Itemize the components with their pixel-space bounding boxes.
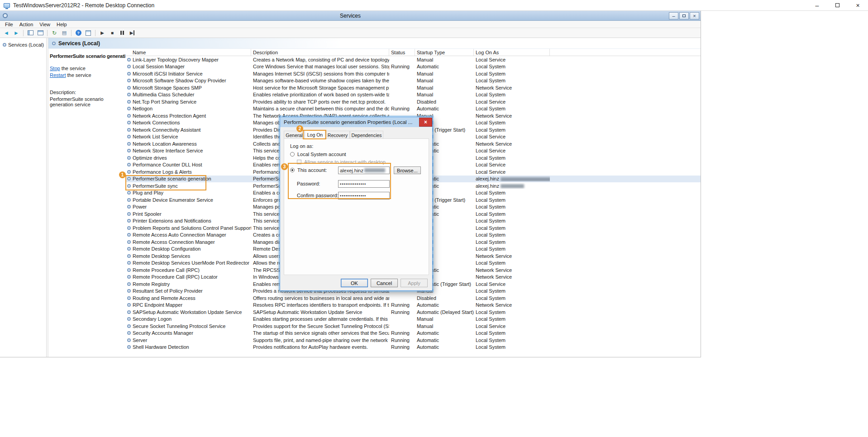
service-logon-as: Local System bbox=[474, 246, 550, 252]
service-logon-as: Local System bbox=[474, 218, 550, 223]
service-name: Network Store Interface Service bbox=[133, 148, 203, 153]
column-header-logon-as[interactable]: Log On As bbox=[474, 49, 550, 56]
rdp-close-button[interactable]: × bbox=[848, 0, 868, 10]
back-button[interactable] bbox=[2, 29, 11, 37]
confirm-password-label: Confirm password: bbox=[297, 193, 339, 198]
service-name-cell: Network Access Protection Agent bbox=[125, 113, 251, 119]
column-header-description[interactable]: Description bbox=[251, 49, 389, 56]
start-button[interactable] bbox=[98, 29, 107, 37]
service-gear-icon bbox=[127, 296, 131, 300]
service-logon-as: Local Service bbox=[474, 162, 550, 167]
forward-button[interactable] bbox=[12, 29, 21, 37]
table-row[interactable]: Microsoft Storage Spaces SMP Host servic… bbox=[125, 84, 701, 91]
pause-button[interactable] bbox=[118, 29, 127, 37]
console-tree-button[interactable] bbox=[26, 29, 35, 37]
dialog-buttons: OK Cancel Apply bbox=[341, 279, 428, 287]
rdp-maximize-button[interactable] bbox=[827, 0, 848, 10]
table-row[interactable]: Local Session Manager Core Windows Servi… bbox=[125, 63, 701, 71]
tab-dependencies[interactable]: Dependencies bbox=[350, 131, 383, 139]
table-row[interactable]: Secure Socket Tunneling Protocol Service… bbox=[125, 323, 701, 330]
restart-service-link[interactable]: Restart bbox=[50, 72, 66, 78]
table-row[interactable]: Routing and Remote Access Offers routing… bbox=[125, 294, 701, 302]
confirm-password-input[interactable]: •••••••••••••• bbox=[338, 192, 390, 200]
rdp-minimize-button[interactable]: – bbox=[807, 0, 827, 10]
service-startup-type: Automatic bbox=[415, 302, 474, 308]
service-name-cell: Net.Tcp Port Sharing Service bbox=[125, 99, 251, 104]
this-account-option[interactable]: This account: bbox=[290, 167, 327, 173]
service-name: Plug and Play bbox=[133, 190, 163, 195]
service-gear-icon bbox=[127, 86, 131, 90]
table-row[interactable]: Link-Layer Topology Discovery Mapper Cre… bbox=[125, 56, 701, 63]
log-on-as-label: Log on as: bbox=[290, 143, 313, 149]
table-row[interactable]: Net.Tcp Port Sharing Service Provides ab… bbox=[125, 98, 701, 105]
column-header-startup-type[interactable]: Startup Type bbox=[415, 49, 474, 56]
dialog-close-button[interactable]: × bbox=[419, 118, 432, 127]
export-button[interactable] bbox=[60, 29, 69, 37]
rdp-app-icon bbox=[4, 3, 10, 8]
service-status: Running bbox=[389, 106, 415, 111]
table-row[interactable]: Microsoft iSCSI Initiator Service Manage… bbox=[125, 70, 701, 77]
service-logon-as: Local Service bbox=[474, 148, 550, 153]
resume-button[interactable] bbox=[128, 29, 137, 37]
service-name-cell: SAPSetup Automatic Workstation Update Se… bbox=[125, 309, 251, 315]
menu-help[interactable]: Help bbox=[53, 22, 70, 27]
service-name-cell: PerformerSuite sync bbox=[125, 183, 251, 189]
services-close-button[interactable]: × bbox=[690, 12, 699, 19]
service-name: Server bbox=[133, 337, 147, 343]
service-description: Enables starting processes under alterna… bbox=[251, 316, 389, 322]
menu-action[interactable]: Action bbox=[16, 22, 37, 27]
table-row[interactable]: Netlogon Maintains a secure channel betw… bbox=[125, 105, 701, 113]
tab-log-on[interactable]: Log On bbox=[305, 130, 325, 139]
account-input[interactable]: alexej.hinz bbox=[338, 166, 390, 174]
table-row[interactable]: RPC Endpoint Mapper Resolves RPC interfa… bbox=[125, 302, 701, 309]
tab-recovery[interactable]: Recovery bbox=[325, 131, 350, 139]
radio-selected-icon bbox=[290, 168, 295, 172]
service-name-cell: Microsoft iSCSI Initiator Service bbox=[125, 71, 251, 76]
service-description: Core Windows Service that manages local … bbox=[251, 64, 389, 69]
window-button[interactable] bbox=[36, 29, 45, 37]
column-header-name[interactable]: Name bbox=[125, 49, 251, 56]
ok-button[interactable]: OK bbox=[341, 279, 368, 287]
service-name: Power bbox=[133, 204, 147, 209]
table-row[interactable]: Microsoft Software Shadow Copy Provider … bbox=[125, 77, 701, 85]
browse-button[interactable]: Browse... bbox=[394, 166, 421, 174]
help-button[interactable] bbox=[74, 29, 83, 37]
service-logon-as: Local Service bbox=[474, 169, 550, 175]
refresh-button[interactable] bbox=[50, 29, 59, 37]
window-icon bbox=[38, 30, 43, 35]
rdp-title: TestWindowsServer2012R2 - Remote Desktop… bbox=[13, 2, 154, 9]
column-header-status[interactable]: Status bbox=[389, 49, 415, 56]
service-name-cell: RPC Endpoint Mapper bbox=[125, 302, 251, 308]
table-row[interactable]: SAPSetup Automatic Workstation Update Se… bbox=[125, 309, 701, 316]
service-logon-as: Local System bbox=[474, 92, 550, 97]
table-row[interactable]: Shell Hardware Detection Provides notifi… bbox=[125, 344, 701, 351]
service-name-cell: Network Connectivity Assistant bbox=[125, 127, 251, 133]
table-row[interactable]: Multimedia Class Scheduler Enables relat… bbox=[125, 91, 701, 99]
refresh-icon bbox=[52, 30, 57, 36]
service-logon-as: alexej.hinz bbox=[474, 176, 550, 181]
tab-general[interactable]: General bbox=[284, 131, 305, 139]
service-name-cell: Link-Layer Topology Discovery Mapper bbox=[125, 57, 251, 62]
table-row[interactable]: Server Supports file, print, and named-p… bbox=[125, 337, 701, 344]
service-name: Network Connectivity Assistant bbox=[133, 127, 200, 133]
stop-button[interactable] bbox=[108, 29, 117, 37]
service-name: Microsoft Storage Spaces SMP bbox=[133, 85, 202, 90]
services-minimize-button[interactable]: – bbox=[669, 12, 678, 19]
cancel-button[interactable]: Cancel bbox=[371, 279, 398, 287]
doc-button[interactable] bbox=[84, 29, 93, 37]
screenshot-root: TestWindowsServer2012R2 - Remote Desktop… bbox=[0, 0, 868, 437]
service-name: Local Session Manager bbox=[133, 64, 185, 69]
local-system-account-label: Local System account bbox=[297, 152, 346, 157]
menu-file[interactable]: File bbox=[2, 22, 16, 27]
local-system-account-option[interactable]: Local System account bbox=[290, 152, 346, 157]
service-logon-as: Local System bbox=[474, 295, 550, 301]
service-gear-icon bbox=[127, 177, 131, 180]
services-restore-button[interactable] bbox=[679, 12, 689, 19]
tree-item-services-local[interactable]: Services (Local) bbox=[0, 42, 46, 48]
table-row[interactable]: Security Accounts Manager The startup of… bbox=[125, 330, 701, 337]
password-input[interactable]: •••••••••••••• bbox=[338, 180, 390, 188]
table-row[interactable]: Secondary Logon Enables starting process… bbox=[125, 316, 701, 323]
stop-service-link[interactable]: Stop bbox=[50, 66, 60, 71]
menu-view[interactable]: View bbox=[36, 22, 53, 27]
service-logon-as: Local System bbox=[474, 316, 550, 322]
